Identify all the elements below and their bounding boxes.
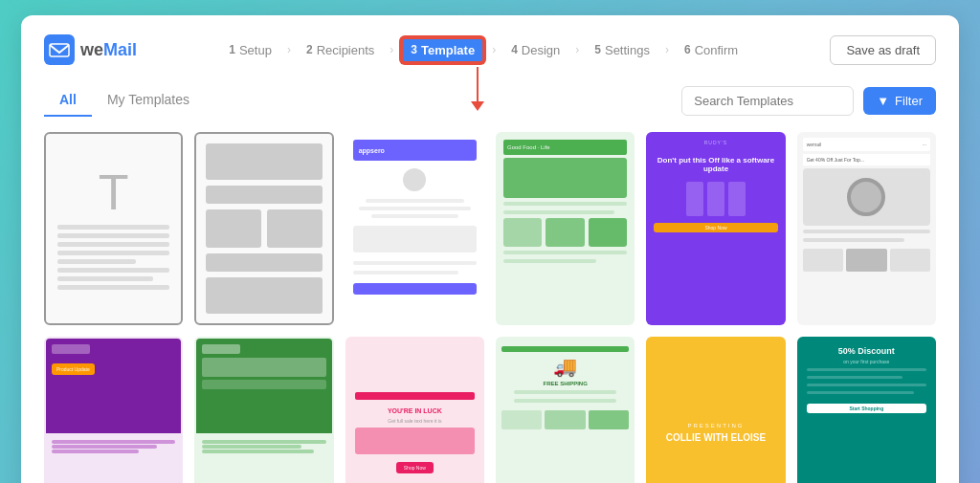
template-card-blank-text[interactable]: T: [44, 132, 183, 325]
layout-rect-3: [206, 253, 322, 272]
discount-cta: Start Shopping: [807, 404, 926, 413]
watch-image: [803, 168, 930, 226]
collie-pretitle: Presenting: [687, 423, 744, 428]
luck-image: [355, 428, 475, 454]
template-card-product-update[interactable]: Product Update: [44, 337, 183, 483]
ship-img-2: [545, 410, 585, 429]
tab-my-templates[interactable]: My Templates: [92, 84, 205, 117]
rudy-prod-2: [707, 182, 724, 216]
template-card-discount[interactable]: 50% Discount on your first purchase Star…: [797, 337, 936, 483]
search-input[interactable]: [681, 86, 854, 116]
green-main-img: [503, 158, 627, 198]
green-header: Good Food · Life: [503, 140, 627, 155]
appsero-cta: [353, 283, 477, 295]
pu-line-3: [52, 450, 139, 453]
appsero-line-1: [366, 199, 464, 203]
template-card-rudys[interactable]: RUDY'S Don't put this Off like a softwar…: [646, 132, 785, 325]
logo: weMail: [44, 34, 137, 65]
green-line-2: [503, 210, 614, 214]
watch-img-3: [890, 249, 930, 272]
watch-line-1: [803, 230, 930, 233]
product-update-top: Product Update: [46, 339, 181, 433]
line-6: [57, 268, 169, 273]
line-4: [57, 251, 169, 255]
save-draft-button[interactable]: Save as draft: [830, 35, 936, 65]
rudy-cta: Shop Now: [654, 223, 777, 232]
collie-title: COLLIE WITH ELOISE: [666, 432, 766, 444]
watch-small-imgs: [803, 249, 930, 272]
layout-col-1: [206, 209, 261, 248]
filter-icon: ▼: [877, 94, 889, 108]
product-update-bottom: [46, 433, 181, 460]
filter-button[interactable]: ▼ Filter: [863, 87, 936, 115]
watch-nav: ···: [923, 142, 926, 147]
header: weMail 1 Setup › 2 Recipients › 3 Templa…: [44, 34, 936, 65]
layout-rect-4: [206, 277, 322, 314]
green-line-3: [503, 251, 627, 254]
green-line-1: [503, 202, 627, 206]
template-card-green-food[interactable]: Good Food · Life: [496, 132, 635, 325]
steps-nav: 1 Setup › 2 Recipients › 3 Template › 4 …: [221, 37, 746, 63]
template-card-shipping[interactable]: 🚚 FREE SHIPPING: [496, 337, 635, 483]
ship-img-1: [501, 410, 542, 429]
disc-line-2: [807, 376, 902, 379]
appsero-image: [353, 226, 477, 252]
watch-top-bar: wemail ···: [803, 138, 930, 151]
luck-subtitle: Get full sale text here it is: [388, 418, 441, 424]
appsero-line-3: [371, 214, 458, 218]
wemail-green-bottom: [196, 433, 331, 460]
step-sep-1: ›: [287, 43, 291, 56]
line-5: [57, 259, 136, 264]
template-card-appsero[interactable]: appsero: [345, 132, 484, 325]
template-card-blank-layout[interactable]: [194, 132, 333, 325]
tabs-row: All My Templates ▼ Filter: [44, 84, 936, 117]
step-recipients[interactable]: 2 Recipients: [299, 39, 382, 61]
step-template[interactable]: 3 Template: [401, 37, 484, 63]
watch-img-2: [846, 249, 886, 272]
step-design[interactable]: 4 Design: [503, 39, 568, 61]
wemail-green-banner: [202, 358, 325, 377]
main-card: weMail 1 Setup › 2 Recipients › 3 Templa…: [21, 15, 959, 483]
line-8: [57, 285, 169, 290]
filter-label: Filter: [895, 94, 923, 108]
disc-line-1: [807, 368, 926, 371]
step-setup[interactable]: 1 Setup: [221, 39, 279, 61]
ship-img-3: [589, 410, 629, 429]
rudy-products: [654, 182, 777, 216]
pu-line-1: [52, 440, 175, 444]
wemail-green-logo: [202, 344, 240, 354]
template-card-wemail-green[interactable]: [194, 337, 333, 483]
layout-rect-1: [206, 143, 322, 180]
appsero-logo: appsero: [353, 140, 477, 161]
tabs: All My Templates: [44, 84, 205, 117]
logo-text: weMail: [80, 40, 137, 60]
layout-col-2: [267, 209, 323, 248]
blank-text-icon: T: [99, 167, 129, 217]
pu-line-2: [52, 445, 157, 449]
truck-icon: 🚚: [553, 355, 577, 378]
watch-line-2: [803, 238, 905, 242]
template-card-luck[interactable]: YOU'RE IN LUCK Get full sale text here i…: [345, 337, 484, 483]
watch-circle: [847, 178, 885, 216]
step-settings[interactable]: 5 Settings: [587, 39, 657, 61]
luck-title: YOU'RE IN LUCK: [388, 407, 442, 414]
ship-line-2: [514, 399, 616, 403]
template-card-collie[interactable]: Presenting COLLIE WITH ELOISE: [646, 337, 785, 483]
wg-line-1: [202, 440, 325, 444]
rudy-title: Don't put this Off like a software updat…: [654, 156, 777, 173]
green-col-1: [503, 218, 542, 247]
tab-all[interactable]: All: [44, 84, 92, 117]
shipping-title: FREE SHIPPING: [543, 381, 587, 386]
appsero-line-4: [353, 261, 477, 265]
step-confirm[interactable]: 6 Confirm: [677, 39, 746, 61]
green-line-4: [503, 259, 596, 263]
appsero-line-5: [353, 271, 458, 274]
wg-line-2: [202, 445, 301, 449]
template-card-watch[interactable]: wemail ··· Get 40% Off Just For Top...: [797, 132, 936, 325]
green-cols: [503, 218, 627, 247]
disc-line-3: [807, 384, 926, 386]
line-3: [57, 242, 169, 247]
line-7: [57, 276, 153, 281]
product-update-badge: Product Update: [52, 363, 95, 375]
appsero-avatar: [403, 168, 426, 191]
